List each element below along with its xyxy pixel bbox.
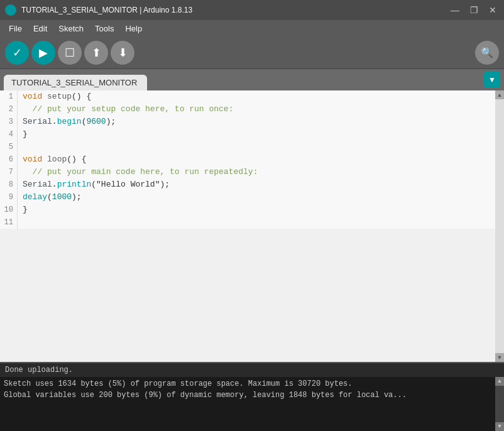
app-icon bbox=[5, 4, 16, 16]
editor-scroll-down[interactable]: ▼ bbox=[495, 353, 504, 362]
line-number: 11 bbox=[0, 216, 18, 229]
editor-wrapper: 1void setup() {2 // put your setup code … bbox=[0, 90, 504, 362]
save-button[interactable]: ⬇ bbox=[111, 41, 134, 65]
list-item: Sketch uses 1634 bytes (5%) of program s… bbox=[4, 378, 500, 390]
table-row: 9delay(1000); bbox=[0, 191, 495, 204]
console-scroll-down[interactable]: ▼ bbox=[495, 422, 504, 431]
upload-button[interactable]: ▶ bbox=[31, 41, 55, 65]
table-row: 10} bbox=[0, 204, 495, 216]
table-row: 2 // put your setup code here, to run on… bbox=[0, 103, 495, 116]
verify-button[interactable]: ✓ bbox=[5, 41, 29, 65]
line-number: 3 bbox=[0, 116, 18, 128]
maximize-button[interactable]: ❐ bbox=[468, 5, 480, 15]
code-line-content: Serial.println("Hello World"); bbox=[20, 178, 170, 191]
code-line-content: Serial.begin(9600); bbox=[20, 116, 116, 128]
editor-scroll-up[interactable]: ▲ bbox=[495, 90, 504, 99]
editor-scrollbar: ▲ ▼ bbox=[495, 90, 504, 362]
menu-bar: FileEditSketchToolsHelp bbox=[0, 20, 504, 36]
sketch-tab-bar: TUTORIAL_3_SERIAL_MONITOR ▼ bbox=[0, 69, 504, 90]
line-number: 2 bbox=[0, 103, 18, 116]
code-line-content: // put your setup code here, to run once… bbox=[20, 103, 233, 116]
code-line-content: delay(1000); bbox=[20, 191, 82, 204]
table-row: 4} bbox=[0, 128, 495, 141]
console-scroll-track[interactable] bbox=[495, 386, 504, 422]
sketch-tab[interactable]: TUTORIAL_3_SERIAL_MONITOR bbox=[4, 75, 147, 90]
table-row: 11 bbox=[0, 216, 495, 229]
line-number: 4 bbox=[0, 128, 18, 141]
line-number: 5 bbox=[0, 141, 18, 153]
open-button[interactable]: ⬆ bbox=[84, 41, 108, 65]
console-scrollbar: ▲ ▼ bbox=[495, 377, 504, 431]
console-scroll-up[interactable]: ▲ bbox=[495, 377, 504, 386]
code-line-content: } bbox=[20, 204, 28, 216]
code-editor[interactable]: 1void setup() {2 // put your setup code … bbox=[0, 90, 495, 362]
line-number: 6 bbox=[0, 153, 18, 166]
close-button[interactable]: ✕ bbox=[486, 5, 499, 15]
menu-item-file[interactable]: File bbox=[4, 23, 27, 35]
serial-monitor-button[interactable]: 🔍 bbox=[475, 41, 499, 65]
menu-item-help[interactable]: Help bbox=[120, 23, 147, 35]
tab-dropdown-button[interactable]: ▼ bbox=[484, 72, 500, 88]
menu-item-sketch[interactable]: Sketch bbox=[53, 23, 89, 35]
code-line-content: void loop() { bbox=[20, 153, 86, 166]
table-row: 6void loop() { bbox=[0, 153, 495, 166]
window-controls: — ❐ ✕ bbox=[449, 5, 499, 15]
code-line-content: } bbox=[20, 128, 28, 141]
new-button[interactable]: ☐ bbox=[58, 41, 82, 65]
minimize-button[interactable]: — bbox=[449, 5, 461, 15]
table-row: 5 bbox=[0, 141, 495, 153]
menu-item-tools[interactable]: Tools bbox=[90, 23, 119, 35]
sketch-tab-label: TUTORIAL_3_SERIAL_MONITOR bbox=[11, 78, 137, 87]
console-status-text: Done uploading. bbox=[0, 363, 504, 377]
console-output: Sketch uses 1634 bytes (5%) of program s… bbox=[0, 377, 504, 431]
line-number: 1 bbox=[0, 90, 18, 103]
line-number: 9 bbox=[0, 191, 18, 204]
toolbar: ✓▶☐⬆⬇🔍 bbox=[0, 36, 504, 69]
line-number: 8 bbox=[0, 178, 18, 191]
title-bar: TUTORIAL_3_SERIAL_MONITOR | Arduino 1.8.… bbox=[0, 0, 504, 20]
editor-scroll-track[interactable] bbox=[495, 99, 504, 353]
list-item: Global variables use 200 bytes (9%) of d… bbox=[4, 390, 500, 401]
table-row: 3Serial.begin(9600); bbox=[0, 116, 495, 128]
code-line-content: // put your main code here, to run repea… bbox=[20, 166, 258, 178]
main-content: 1void setup() {2 // put your setup code … bbox=[0, 90, 504, 431]
table-row: 7 // put your main code here, to run rep… bbox=[0, 166, 495, 178]
menu-item-edit[interactable]: Edit bbox=[28, 23, 52, 35]
window-title: TUTORIAL_3_SERIAL_MONITOR | Arduino 1.8.… bbox=[21, 6, 444, 14]
table-row: 8Serial.println("Hello World"); bbox=[0, 178, 495, 191]
code-line-content bbox=[20, 216, 23, 229]
line-number: 10 bbox=[0, 204, 18, 216]
console-area: Done uploading. Sketch uses 1634 bytes (… bbox=[0, 362, 504, 431]
table-row: 1void setup() { bbox=[0, 90, 495, 103]
code-line-content: void setup() { bbox=[20, 90, 91, 103]
code-line-content bbox=[20, 141, 23, 153]
line-number: 7 bbox=[0, 166, 18, 178]
